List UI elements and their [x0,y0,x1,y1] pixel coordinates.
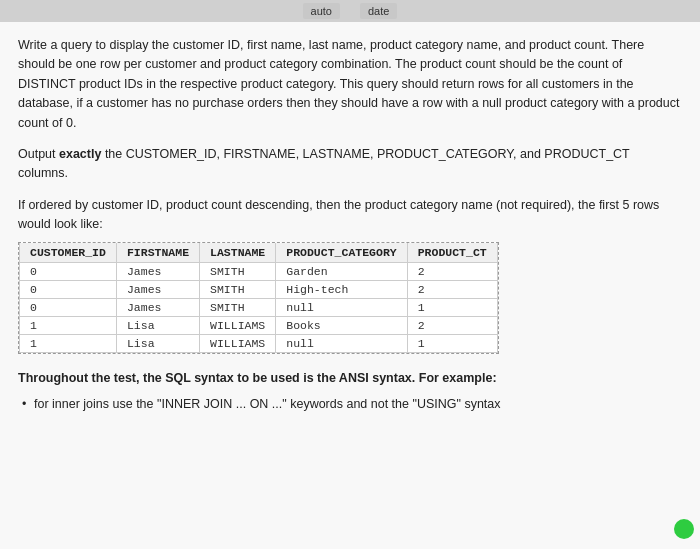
col-product-category: PRODUCT_CATEGORY [276,243,407,263]
table-cell: 1 [20,335,117,353]
table-cell: 2 [407,317,497,335]
table-cell: Books [276,317,407,335]
bullet-inner-join: for inner joins use the "INNER JOIN ... … [18,395,682,414]
table-cell: 1 [407,299,497,317]
output-line: Output exactly the CUSTOMER_ID, FIRSTNAM… [18,145,682,184]
table-cell: 1 [407,335,497,353]
table-cell: WILLIAMS [200,335,276,353]
table-cell: null [276,299,407,317]
table-cell: 0 [20,299,117,317]
table-cell: SMITH [200,281,276,299]
table-cell: WILLIAMS [200,317,276,335]
sample-table: CUSTOMER_ID FIRSTNAME LASTNAME PRODUCT_C… [19,243,498,353]
ansi-bold: Throughout the test, the SQL syntax to b… [18,371,497,385]
table-cell: 0 [20,281,117,299]
table-row: 0JamesSMITHnull1 [20,299,498,317]
col-product-ct: PRODUCT_CT [407,243,497,263]
table-cell: SMITH [200,263,276,281]
table-cell: Lisa [116,317,199,335]
table-row: 0JamesSMITHGarden2 [20,263,498,281]
col-firstname: FIRSTNAME [116,243,199,263]
table-cell: James [116,299,199,317]
table-cell: null [276,335,407,353]
tab-auto[interactable]: auto [303,3,340,19]
content-area: Write a query to display the customer ID… [0,22,700,549]
page-container: auto date Write a query to display the c… [0,0,700,549]
col-lastname: LASTNAME [200,243,276,263]
table-cell: High-tech [276,281,407,299]
sample-table-container: CUSTOMER_ID FIRSTNAME LASTNAME PRODUCT_C… [18,242,499,354]
table-row: 1LisaWILLIAMSnull1 [20,335,498,353]
table-cell: James [116,281,199,299]
table-row: 0JamesSMITHHigh-tech2 [20,281,498,299]
tab-date[interactable]: date [360,3,397,19]
ordered-text: If ordered by customer ID, product count… [18,196,682,235]
green-circle-indicator [674,519,694,539]
table-cell: 1 [20,317,117,335]
description-paragraph: Write a query to display the customer ID… [18,36,682,133]
table-cell: SMITH [200,299,276,317]
ansi-note: Throughout the test, the SQL syntax to b… [18,369,682,388]
table-cell: 2 [407,263,497,281]
table-cell: James [116,263,199,281]
table-cell: Garden [276,263,407,281]
top-bar: auto date [0,0,700,22]
output-columns: the CUSTOMER_ID, FIRSTNAME, LASTNAME, PR… [18,147,630,180]
table-row: 1LisaWILLIAMSBooks2 [20,317,498,335]
table-cell: 2 [407,281,497,299]
table-cell: Lisa [116,335,199,353]
table-cell: 0 [20,263,117,281]
output-exactly-bold: exactly [59,147,101,161]
col-customer-id: CUSTOMER_ID [20,243,117,263]
